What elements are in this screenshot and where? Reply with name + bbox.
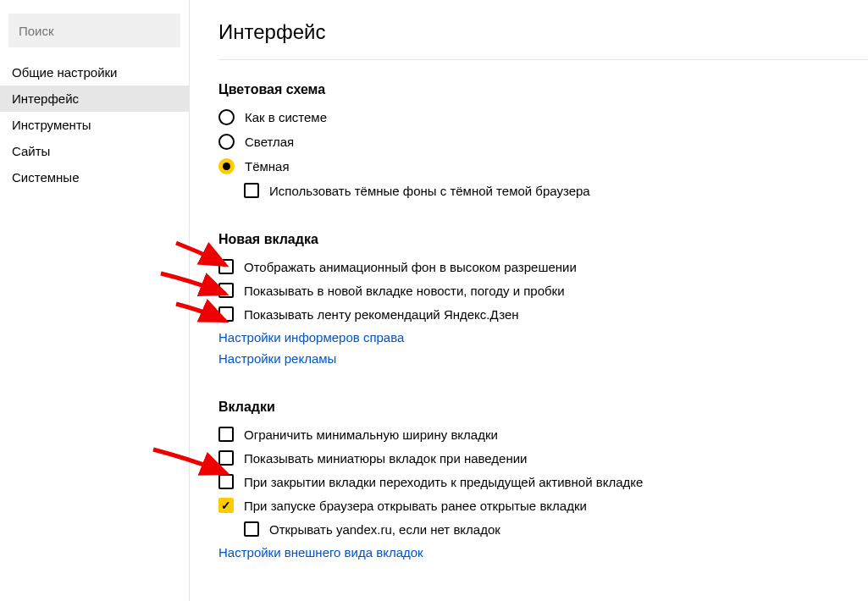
checkbox-icon — [218, 450, 234, 466]
radio-label: Светлая — [245, 135, 294, 149]
radio-icon — [218, 134, 235, 150]
checkbox-row-dark-backgrounds[interactable]: Использовать тёмные фоны с тёмной темой … — [244, 183, 868, 198]
settings-sidebar: Общие настройки Интерфейс Инструменты Са… — [0, 0, 190, 601]
nav-list: Общие настройки Интерфейс Инструменты Са… — [0, 59, 189, 190]
checkbox-label: При закрытии вкладки переходить к предыд… — [244, 475, 643, 489]
checkbox-row-open-yandex[interactable]: Открывать yandex.ru, если нет вкладок — [244, 521, 868, 537]
search-input[interactable] — [19, 24, 170, 38]
section-tabs: Вкладки Ограничить минимальную ширину вк… — [218, 400, 868, 560]
checkbox-label: Ограничить минимальную ширину вкладки — [244, 427, 498, 442]
radio-icon-selected — [218, 158, 235, 174]
section-color-scheme: Цветовая схема Как в системе Светлая Тём… — [218, 82, 868, 198]
radio-row-system[interactable]: Как в системе — [218, 109, 868, 125]
checkbox-row-news-weather[interactable]: Показывать в новой вкладке новости, пого… — [218, 283, 868, 298]
checkbox-label: Открывать yandex.ru, если нет вкладок — [269, 522, 500, 537]
checkbox-row-thumbnails[interactable]: Показывать миниатюры вкладок при наведен… — [218, 450, 868, 466]
link-ads-settings[interactable]: Настройки рекламы — [218, 351, 336, 366]
radio-row-dark[interactable]: Тёмная — [218, 158, 868, 174]
link-row: Настройки рекламы — [218, 351, 868, 366]
link-row: Настройки информеров справа — [218, 330, 868, 345]
page-title: Интерфейс — [218, 20, 868, 60]
checkbox-icon-checked — [218, 498, 234, 513]
checkbox-label: Показывать миниатюры вкладок при наведен… — [244, 451, 528, 466]
radio-icon — [218, 109, 235, 125]
checkbox-icon — [244, 183, 259, 198]
link-row: Настройки внешнего вида вкладок — [218, 545, 868, 560]
radio-label: Тёмная — [245, 159, 290, 174]
checkbox-row-zen-feed[interactable]: Показывать ленту рекомендаций Яндекс.Дзе… — [218, 306, 868, 322]
radio-row-light[interactable]: Светлая — [218, 134, 868, 150]
radio-label: Как в системе — [245, 110, 327, 124]
content-area: Интерфейс Цветовая схема Как в системе С… — [190, 0, 868, 601]
checkbox-icon — [244, 521, 259, 537]
checkbox-row-min-width[interactable]: Ограничить минимальную ширину вкладки — [218, 427, 868, 442]
checkbox-label: Отображать анимационный фон в высоком ра… — [244, 260, 577, 274]
sidebar-item-system[interactable]: Системные — [0, 164, 189, 190]
checkbox-icon — [218, 427, 234, 442]
link-tab-appearance-settings[interactable]: Настройки внешнего вида вкладок — [218, 545, 423, 560]
checkbox-icon — [218, 306, 234, 322]
checkbox-label: Использовать тёмные фоны с тёмной темой … — [269, 184, 590, 198]
checkbox-row-animation-bg[interactable]: Отображать анимационный фон в высоком ра… — [218, 259, 868, 274]
checkbox-row-restore-tabs[interactable]: При запуске браузера открывать ранее отк… — [218, 498, 868, 513]
sidebar-item-general[interactable]: Общие настройки — [0, 59, 189, 85]
sidebar-item-interface[interactable]: Интерфейс — [0, 85, 189, 112]
section-new-tab: Новая вкладка Отображать анимационный фо… — [218, 232, 868, 366]
checkbox-icon — [218, 283, 234, 298]
checkbox-label: При запуске браузера открывать ранее отк… — [244, 499, 587, 513]
sidebar-item-tools[interactable]: Инструменты — [0, 112, 189, 138]
checkbox-icon — [218, 474, 234, 489]
sidebar-item-sites[interactable]: Сайты — [0, 138, 189, 164]
checkbox-label: Показывать в новой вкладке новости, пого… — [244, 284, 565, 298]
section-title-color-scheme: Цветовая схема — [218, 82, 868, 97]
search-box — [8, 14, 180, 47]
section-title-tabs: Вкладки — [218, 400, 868, 415]
checkbox-icon — [218, 259, 234, 274]
link-informers-settings[interactable]: Настройки информеров справа — [218, 330, 404, 345]
checkbox-label: Показывать ленту рекомендаций Яндекс.Дзе… — [244, 307, 519, 322]
checkbox-row-close-prev[interactable]: При закрытии вкладки переходить к предыд… — [218, 474, 868, 489]
section-title-new-tab: Новая вкладка — [218, 232, 868, 247]
